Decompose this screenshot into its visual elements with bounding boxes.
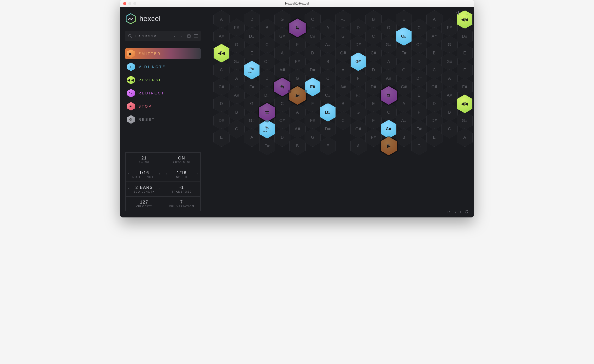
hex-cell[interactable]: B — [259, 18, 275, 37]
hex-cell[interactable]: C# — [259, 52, 275, 71]
hex-cell[interactable]: A# — [441, 86, 458, 105]
hex-cell[interactable]: A# — [335, 78, 351, 96]
token-reverse[interactable]: ◀◀ — [213, 44, 230, 63]
hex-cell[interactable]: B — [426, 44, 442, 63]
hex-cell[interactable]: G — [350, 103, 366, 122]
hex-cell[interactable]: A — [335, 61, 351, 79]
preset-prev-button[interactable]: ‹ — [172, 34, 177, 38]
token-emitter[interactable]: ▶ — [381, 137, 397, 155]
hex-cell[interactable]: B — [229, 103, 245, 122]
hex-cell[interactable]: D# — [244, 27, 260, 46]
param-swing[interactable]: 21SWING — [125, 152, 163, 167]
hex-cell[interactable]: C — [441, 120, 458, 138]
hex-cell[interactable]: E — [457, 44, 473, 63]
hex-cell[interactable]: D# — [213, 111, 230, 130]
hex-cell[interactable]: E — [213, 128, 230, 147]
hex-cell[interactable]: B — [289, 137, 306, 155]
token-redirect[interactable]: ⇆ — [381, 86, 397, 105]
hex-cell[interactable]: F — [365, 111, 382, 130]
hex-cell[interactable]: A — [320, 18, 336, 37]
hex-cell[interactable]: F# — [244, 78, 260, 96]
hex-cell[interactable]: A# — [213, 27, 230, 46]
hex-cell[interactable]: A# — [229, 86, 245, 105]
token-midi[interactable]: C# — [350, 52, 366, 71]
hex-cell[interactable]: C# — [365, 44, 382, 63]
hex-cell[interactable]: C — [320, 69, 336, 88]
param-speed[interactable]: ‹›1/16SPEED — [163, 167, 200, 182]
hex-cell[interactable]: E — [365, 94, 382, 113]
hex-cell[interactable]: E — [244, 44, 260, 63]
hex-cell[interactable]: F# — [229, 18, 245, 37]
chevron-left-icon[interactable]: ‹ — [128, 187, 129, 190]
token-midi[interactable]: F# — [305, 78, 321, 96]
token-midi[interactable]: F#MAJ 7 — [244, 61, 260, 79]
hex-cell[interactable]: G# — [441, 52, 458, 71]
hex-cell[interactable]: F# — [305, 111, 321, 130]
hex-cell[interactable]: C — [305, 10, 321, 29]
token-redirect[interactable]: ⇆ — [289, 18, 306, 37]
token-reverse[interactable]: ◀◀ — [457, 94, 473, 113]
hex-cell[interactable]: G# — [350, 120, 366, 138]
param-transpose[interactable]: -1TRANSPOSE — [163, 182, 200, 196]
hex-grid[interactable]: AA#BCC#DD#EF#GG#AA#BCDD#EFF#GG#ABCC#DD#E… — [206, 7, 474, 217]
hex-cell[interactable]: A — [350, 137, 366, 155]
hex-cell[interactable]: G# — [457, 111, 473, 130]
hex-cell[interactable]: D# — [411, 69, 427, 88]
hex-cell[interactable]: G — [441, 35, 458, 54]
token-midi[interactable]: C# — [396, 27, 412, 46]
hex-cell[interactable]: A — [381, 52, 397, 71]
hex-cell[interactable]: C# — [274, 111, 290, 130]
preset-browser[interactable]: EUPHORIA ‹ › — [125, 31, 201, 41]
hex-cell[interactable]: F — [350, 69, 366, 88]
hex-cell[interactable]: B — [396, 128, 412, 147]
kebab-menu-icon[interactable] — [465, 11, 469, 15]
hex-cell[interactable]: C — [411, 18, 427, 37]
hex-cell[interactable]: G — [396, 61, 412, 79]
hex-cell[interactable]: D# — [457, 27, 473, 46]
hex-cell[interactable]: F — [457, 61, 473, 79]
hex-cell[interactable]: G# — [381, 35, 397, 54]
hex-cell[interactable]: A — [396, 94, 412, 113]
hex-cell[interactable]: F# — [335, 10, 351, 29]
hex-cell[interactable]: E — [396, 10, 412, 29]
hex-canvas[interactable]: AA#BCC#DD#EF#GG#AA#BCDD#EFF#GG#ABCC#DD#E… — [206, 7, 474, 217]
preset-save-button[interactable] — [187, 34, 191, 38]
move-tool-icon[interactable] — [456, 11, 461, 15]
hex-cell[interactable]: A# — [426, 27, 442, 46]
hex-cell[interactable]: C# — [213, 78, 230, 96]
hex-cell[interactable]: E — [426, 128, 442, 147]
param-seqlength[interactable]: ‹›2 BARSSEQ LENGTH — [125, 182, 163, 196]
hex-cell[interactable]: G — [381, 18, 397, 37]
tool-emitter[interactable]: ▶EMITTER — [125, 48, 201, 59]
hex-cell[interactable]: A — [244, 128, 260, 147]
tool-reset[interactable]: ⟲RESET — [125, 114, 201, 125]
hex-cell[interactable]: F# — [350, 86, 366, 105]
hex-cell[interactable]: G — [411, 137, 427, 155]
hex-cell[interactable]: D — [350, 18, 366, 37]
hex-cell[interactable]: A# — [289, 120, 306, 138]
hex-cell[interactable]: E — [411, 86, 427, 105]
hex-cell[interactable]: G# — [274, 27, 290, 46]
hex-cell[interactable]: D — [274, 128, 290, 147]
hex-cell[interactable]: D — [244, 10, 260, 29]
preset-next-button[interactable]: › — [179, 34, 184, 38]
hex-cell[interactable]: D# — [320, 120, 336, 138]
hex-cell[interactable]: D — [426, 94, 442, 113]
hex-cell[interactable]: G# — [229, 52, 245, 71]
hex-cell[interactable]: G — [335, 27, 351, 46]
hex-cell[interactable]: D — [411, 52, 427, 71]
hex-cell[interactable]: A# — [320, 35, 336, 54]
hex-cell[interactable]: F# — [259, 137, 275, 155]
hex-cell[interactable]: G — [274, 10, 290, 29]
hex-cell[interactable]: G — [244, 94, 260, 113]
chevron-right-icon[interactable]: › — [159, 172, 160, 175]
reset-button[interactable]: RESET — [448, 210, 468, 214]
hex-cell[interactable]: A — [457, 128, 473, 147]
hex-cell[interactable]: C — [259, 35, 275, 54]
chevron-right-icon[interactable]: › — [197, 172, 198, 175]
hex-cell[interactable]: C — [365, 27, 382, 46]
hex-cell[interactable]: A — [441, 69, 458, 88]
hex-cell[interactable]: F# — [396, 44, 412, 63]
hex-cell[interactable]: C — [213, 61, 230, 79]
hex-cell[interactable]: C# — [411, 35, 427, 54]
